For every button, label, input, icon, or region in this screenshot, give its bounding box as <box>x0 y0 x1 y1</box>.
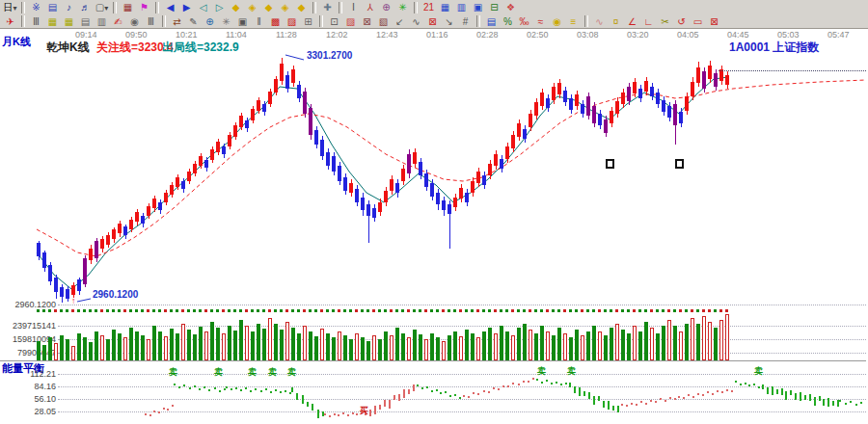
oscillator-bar <box>827 398 829 407</box>
oscillator-bar <box>767 387 769 394</box>
volume-bar <box>204 331 208 360</box>
candlestick <box>193 164 197 173</box>
candlestick <box>37 243 41 256</box>
oscillator-dot <box>702 394 704 396</box>
candlestick <box>66 289 69 299</box>
candlestick <box>552 87 556 100</box>
oscillator-dot <box>748 384 750 386</box>
candlestick <box>413 152 417 164</box>
volume-bar <box>627 333 631 360</box>
oscillator-dot <box>498 388 500 390</box>
candlestick <box>494 154 498 166</box>
time-axis-label: 01:16 <box>426 30 448 40</box>
oscillator-dot <box>260 390 262 392</box>
oscillator-dot <box>860 402 862 404</box>
volume-tick <box>453 309 456 312</box>
volume-tick <box>569 309 572 312</box>
candlestick <box>557 83 561 94</box>
candlestick <box>638 89 642 98</box>
volume-tick <box>465 309 468 312</box>
volume-bar <box>691 318 694 360</box>
candlestick <box>297 85 301 98</box>
oscillator-dot <box>240 389 242 391</box>
volume-tick <box>419 309 421 312</box>
candlestick <box>540 93 544 106</box>
volume-bar <box>390 335 393 360</box>
volume-tick <box>135 309 138 312</box>
volume-bar <box>268 318 272 360</box>
volume-tick <box>586 309 589 312</box>
oscillator-bar <box>389 400 391 409</box>
oscillator-dot <box>473 392 475 394</box>
chart-area[interactable]: 月K线 乾坤K线 关注线=3230.4 出局线=3232.9 1A0001 上证… <box>0 0 868 424</box>
volume-tick <box>309 309 312 312</box>
volume-bar <box>170 329 174 360</box>
oscillator-bar <box>574 386 576 393</box>
volume-tick <box>251 309 254 312</box>
oscillator-dot <box>463 395 465 397</box>
oscillator-dot <box>855 404 857 406</box>
candlestick <box>702 71 706 89</box>
volume-tick <box>708 309 711 312</box>
volume-bar <box>48 337 52 360</box>
candlestick <box>216 142 220 152</box>
oscillator-bar <box>772 386 773 395</box>
oscillator-dot <box>468 396 470 398</box>
candlestick <box>366 204 370 216</box>
volume-bar <box>569 337 573 360</box>
candlestick <box>129 220 133 229</box>
volume-tick <box>511 309 514 312</box>
volume-tick <box>540 309 543 312</box>
volume-tick <box>598 309 601 312</box>
candlestick <box>633 82 637 93</box>
volume-bar <box>517 328 521 360</box>
volume-bar <box>309 331 312 360</box>
volume-tick <box>141 309 144 312</box>
volume-bar <box>291 328 295 360</box>
oscillator-dot <box>174 384 176 385</box>
volume-bar <box>338 331 341 360</box>
volume-tick <box>60 309 63 312</box>
volume-bar <box>123 337 127 360</box>
signal-marker-sell: 卖 <box>754 365 763 378</box>
oscillator-dot <box>839 400 841 402</box>
volume-bar <box>222 333 226 360</box>
volume-tick <box>552 309 555 312</box>
candlestick <box>708 66 712 79</box>
oscillator-dot <box>731 390 733 392</box>
volume-tick <box>170 309 173 312</box>
oscillator-bar <box>790 390 792 395</box>
oscillator-dot <box>721 391 723 393</box>
volume-bar <box>228 326 231 360</box>
volume-tick <box>314 309 317 312</box>
oscillator-bar <box>800 392 801 401</box>
candlestick <box>691 82 694 96</box>
candlestick <box>343 177 347 191</box>
candlestick <box>725 75 729 85</box>
candlestick <box>285 75 289 89</box>
volume-scale-label: 239715141 <box>2 321 56 331</box>
oscillator-dot <box>342 412 344 414</box>
volume-bar <box>581 335 584 360</box>
volume-bar <box>540 326 544 360</box>
oscillator-dot <box>347 414 349 416</box>
volume-tick <box>181 309 184 312</box>
oscillator-bar <box>296 393 298 400</box>
volume-tick <box>239 309 242 312</box>
candlestick <box>679 112 683 123</box>
volume-tick <box>332 309 335 312</box>
oscillator-dot <box>523 381 525 383</box>
signal-marker-sell: 卖 <box>214 366 223 379</box>
candlestick <box>592 106 596 123</box>
volume-tick <box>627 309 630 312</box>
candlestick <box>575 94 579 106</box>
oscillator-bar <box>608 401 610 410</box>
candlestick <box>529 114 532 127</box>
oscillator-bar <box>317 410 319 418</box>
volume-bar <box>366 341 370 360</box>
volume-tick <box>714 309 717 312</box>
candlestick <box>112 229 116 239</box>
time-axis-label: 09:14 <box>75 30 97 40</box>
volume-tick <box>262 309 265 312</box>
candlestick <box>274 79 278 93</box>
